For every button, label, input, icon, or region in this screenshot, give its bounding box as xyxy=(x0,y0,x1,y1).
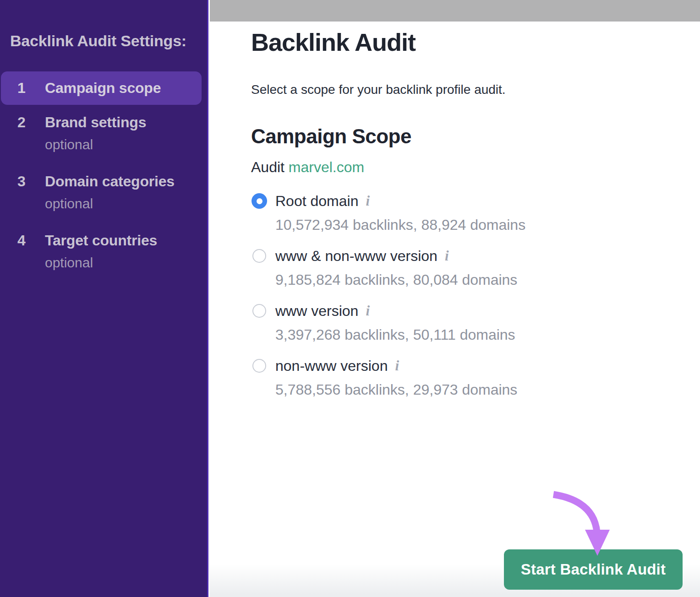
step-number: 4 xyxy=(17,232,45,249)
main-panel: Backlink Audit Select a scope for your b… xyxy=(210,0,700,597)
sidebar-item-brand-settings[interactable]: 2 Brand settings optional xyxy=(0,114,207,154)
step-optional-tag: optional xyxy=(45,136,207,154)
option-label: www & non-www version xyxy=(275,246,438,266)
page-title: Backlink Audit xyxy=(251,28,682,56)
step-optional-tag: optional xyxy=(45,195,207,213)
settings-steps: 1 Campaign scope 2 Brand settings option… xyxy=(0,71,207,272)
option-label: www version xyxy=(275,301,358,321)
step-label: Brand settings xyxy=(45,114,146,131)
scope-option-row[interactable]: www version i xyxy=(251,301,682,321)
step-label: Campaign scope xyxy=(45,80,161,97)
sidebar-item-target-countries[interactable]: 4 Target countries optional xyxy=(0,232,207,272)
step-number: 1 xyxy=(17,80,45,97)
info-icon[interactable]: i xyxy=(366,193,370,209)
audit-domain-link[interactable]: marvel.com xyxy=(289,159,364,175)
option-stats: 3,397,268 backlinks, 50,111 domains xyxy=(275,325,682,345)
scope-option-root-domain: Root domain i 10,572,934 backlinks, 88,9… xyxy=(251,191,682,235)
step-label: Target countries xyxy=(45,232,157,249)
main-content: Backlink Audit Select a scope for your b… xyxy=(210,28,700,400)
info-icon[interactable]: i xyxy=(395,358,399,374)
scope-option-row[interactable]: non-www version i xyxy=(251,356,682,376)
scope-option-row[interactable]: www & non-www version i xyxy=(251,246,682,266)
step-number: 3 xyxy=(17,173,45,190)
audit-label: Audit xyxy=(251,159,284,175)
radio-non-www[interactable] xyxy=(252,359,266,373)
scope-option-non-www: non-www version i 5,788,556 backlinks, 2… xyxy=(251,356,682,400)
info-icon[interactable]: i xyxy=(366,303,370,319)
info-icon[interactable]: i xyxy=(445,248,449,264)
scope-option-row[interactable]: Root domain i xyxy=(251,191,682,211)
page-subtitle: Select a scope for your backlink profile… xyxy=(251,80,682,99)
option-stats: 9,185,824 backlinks, 80,084 domains xyxy=(275,270,682,290)
backlink-audit-setup-window: Backlink Audit Settings: 1 Campaign scop… xyxy=(0,0,700,597)
settings-sidebar: Backlink Audit Settings: 1 Campaign scop… xyxy=(0,0,208,597)
scope-option-www: www version i 3,397,268 backlinks, 50,11… xyxy=(251,301,682,345)
step-label: Domain categories xyxy=(45,173,175,190)
scope-option-www-and-non-www: www & non-www version i 9,185,824 backli… xyxy=(251,246,682,290)
step-number: 2 xyxy=(17,114,45,131)
sidebar-title: Backlink Audit Settings: xyxy=(10,28,198,53)
step-optional-tag: optional xyxy=(45,254,207,272)
option-stats: 5,788,556 backlinks, 29,973 domains xyxy=(275,380,682,400)
sidebar-item-domain-categories[interactable]: 3 Domain categories optional xyxy=(0,173,207,213)
radio-www[interactable] xyxy=(252,304,266,318)
section-title: Campaign Scope xyxy=(251,123,682,150)
radio-root-domain[interactable] xyxy=(252,193,267,209)
radio-www-and-non-www[interactable] xyxy=(252,249,266,263)
option-label: non-www version xyxy=(275,356,388,376)
start-backlink-audit-button[interactable]: Start Backlink Audit xyxy=(504,549,683,590)
scope-options: Root domain i 10,572,934 backlinks, 88,9… xyxy=(251,191,682,400)
top-chrome-bar xyxy=(210,0,700,22)
audit-target-line: Audit marvel.com xyxy=(251,157,682,177)
sidebar-item-campaign-scope[interactable]: 1 Campaign scope xyxy=(1,71,202,105)
option-label: Root domain xyxy=(275,191,358,211)
option-stats: 10,572,934 backlinks, 88,924 domains xyxy=(275,215,682,235)
